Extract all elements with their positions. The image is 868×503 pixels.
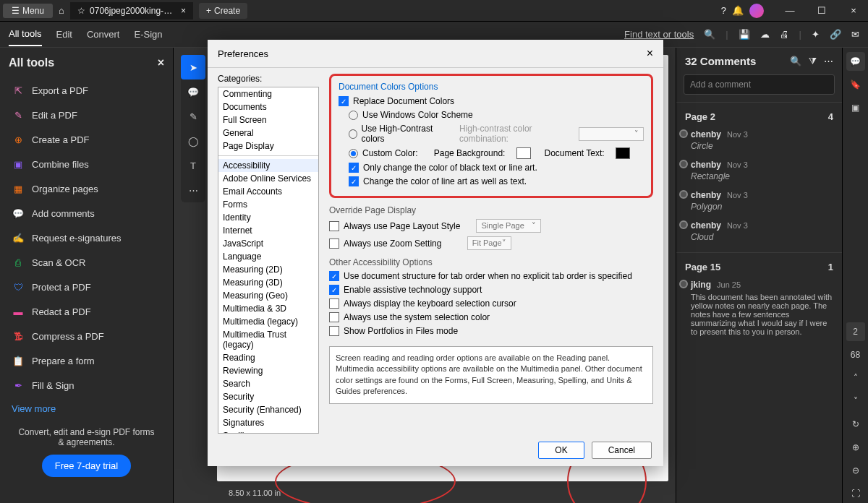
category-item[interactable]: Documents bbox=[218, 100, 318, 113]
category-item[interactable]: Security bbox=[218, 390, 318, 403]
text-tool[interactable]: T bbox=[181, 153, 205, 178]
tool-create-a-pdf[interactable]: ⊕Create a PDF bbox=[9, 127, 164, 152]
comment-item[interactable]: chenbyNov 3Rectangle bbox=[685, 155, 833, 186]
home-icon[interactable]: ⌂ bbox=[53, 2, 70, 20]
highlight-tool[interactable]: ✎ bbox=[181, 104, 205, 129]
comments-pane-icon[interactable]: 💬 bbox=[846, 52, 865, 71]
category-item[interactable]: Identity bbox=[218, 211, 318, 224]
layers-icon[interactable]: ▣ bbox=[846, 98, 865, 117]
tool-redact-a-pdf[interactable]: ▬Redact a PDF bbox=[9, 299, 164, 324]
replace-colors-checkbox[interactable]: ✓ bbox=[339, 96, 349, 106]
comment-item[interactable]: chenbyNov 3Cloud bbox=[685, 216, 833, 246]
ai-icon[interactable]: ✦ bbox=[812, 29, 820, 40]
category-item[interactable]: Language bbox=[218, 250, 318, 263]
close-tab-icon[interactable]: × bbox=[181, 6, 186, 16]
category-item[interactable]: Multimedia Trust (legacy) bbox=[218, 328, 318, 351]
tab-order-checkbox[interactable]: ✓ bbox=[329, 271, 339, 281]
category-item[interactable]: Search bbox=[218, 377, 318, 390]
category-item[interactable]: General bbox=[218, 126, 318, 139]
close-button[interactable]: × bbox=[842, 2, 865, 20]
category-item[interactable]: Reviewing bbox=[218, 364, 318, 377]
menu-button[interactable]: ☰ Menu bbox=[3, 4, 53, 18]
category-item[interactable]: Multimedia (legacy) bbox=[218, 315, 318, 328]
comment-item[interactable]: chenbyNov 3Polygon bbox=[685, 186, 833, 216]
category-item[interactable]: JavaScript bbox=[218, 237, 318, 250]
tool-compress-a-pdf[interactable]: 🗜Compress a PDF bbox=[9, 324, 164, 348]
search-comments-icon[interactable]: 🔍 bbox=[790, 56, 801, 67]
fit-icon[interactable]: ⛶ bbox=[846, 484, 865, 503]
tool-organize-pages[interactable]: ▦Organize pages bbox=[9, 176, 164, 201]
tool-combine-files[interactable]: ▣Combine files bbox=[9, 152, 164, 176]
category-item[interactable]: Internet bbox=[218, 224, 318, 237]
more-tool[interactable]: ⋯ bbox=[181, 178, 205, 202]
nav-up-icon[interactable]: ˄ bbox=[846, 369, 865, 387]
comment-tool[interactable]: 💬 bbox=[181, 79, 205, 104]
lineart-checkbox[interactable]: ✓ bbox=[349, 176, 359, 186]
category-item[interactable]: Security (Enhanced) bbox=[218, 403, 318, 416]
category-item[interactable]: Forms bbox=[218, 198, 318, 211]
close-sidebar-icon[interactable]: × bbox=[158, 56, 164, 69]
category-item[interactable]: Full Screen bbox=[218, 113, 318, 126]
cancel-button[interactable]: Cancel bbox=[592, 442, 652, 459]
zoom-in-icon[interactable]: ⊕ bbox=[846, 438, 865, 457]
mail-icon[interactable]: ✉ bbox=[851, 29, 859, 40]
doc-text-swatch[interactable] bbox=[616, 147, 630, 159]
tool-edit-a-pdf[interactable]: ✎Edit a PDF bbox=[9, 103, 164, 127]
category-item[interactable]: Reading bbox=[218, 351, 318, 364]
page-bg-swatch[interactable] bbox=[516, 147, 531, 159]
trial-button[interactable]: Free 7-day trial bbox=[42, 455, 131, 477]
tool-scan-ocr[interactable]: ⎙Scan & OCR bbox=[9, 250, 164, 275]
cursor-checkbox[interactable] bbox=[329, 298, 339, 309]
custom-color-radio[interactable] bbox=[349, 149, 358, 158]
print-icon[interactable]: 🖨 bbox=[780, 29, 789, 40]
category-item[interactable]: Signatures bbox=[218, 416, 318, 429]
pointer-tool[interactable]: ➤ bbox=[181, 55, 205, 79]
document-tab[interactable]: ☆ 0706jpeg2000king-com... × bbox=[70, 2, 193, 20]
tab-convert[interactable]: Convert bbox=[87, 23, 120, 46]
category-item[interactable]: Spelling bbox=[218, 429, 318, 434]
page-layout-checkbox[interactable] bbox=[329, 221, 339, 231]
only-black-checkbox[interactable]: ✓ bbox=[349, 163, 359, 173]
category-item[interactable]: Measuring (2D) bbox=[218, 263, 318, 276]
category-item[interactable]: Accessibility bbox=[218, 159, 318, 172]
tool-fill-sign[interactable]: ✒Fill & Sign bbox=[9, 373, 164, 397]
zoom-out-icon[interactable]: ⊖ bbox=[846, 461, 865, 480]
comment-item[interactable]: chenbyNov 3Circle bbox=[685, 125, 833, 155]
comment-item[interactable]: jkingJun 25This document has been annota… bbox=[685, 275, 833, 340]
tool-prepare-a-form[interactable]: 📋Prepare a form bbox=[9, 348, 164, 373]
shape-tool[interactable]: ◯ bbox=[181, 129, 205, 153]
category-item[interactable]: Email Accounts bbox=[218, 185, 318, 198]
page-label[interactable]: Page 15 bbox=[685, 262, 720, 272]
page-layout-combo[interactable]: Single Page˅ bbox=[476, 219, 541, 233]
zoom-checkbox[interactable] bbox=[329, 238, 339, 249]
zoom-combo[interactable]: Fit Page˅ bbox=[467, 236, 511, 250]
categories-list[interactable]: CommentingDocumentsFull ScreenGeneralPag… bbox=[218, 87, 319, 434]
tab-edit[interactable]: Edit bbox=[56, 23, 72, 46]
tab-all-tools[interactable]: All tools bbox=[9, 22, 42, 46]
link-icon[interactable]: 🔗 bbox=[830, 29, 841, 40]
help-icon[interactable]: ? bbox=[721, 5, 726, 16]
minimize-button[interactable]: — bbox=[778, 2, 801, 20]
cloud-icon[interactable]: ☁ bbox=[760, 29, 770, 40]
add-comment-input[interactable]: Add a comment bbox=[684, 74, 835, 95]
category-item[interactable]: Measuring (3D) bbox=[218, 276, 318, 289]
search-icon[interactable]: 🔍 bbox=[704, 29, 715, 40]
avatar[interactable] bbox=[749, 4, 764, 18]
tool-request-e-signatures[interactable]: ✍Request e-signatures bbox=[9, 225, 164, 250]
bell-icon[interactable]: 🔔 bbox=[732, 5, 744, 16]
dialog-close-icon[interactable]: × bbox=[647, 47, 653, 60]
page-badge[interactable]: 2 bbox=[846, 322, 865, 341]
bookmarks-icon[interactable]: 🔖 bbox=[846, 75, 865, 94]
save-icon[interactable]: 💾 bbox=[739, 29, 750, 40]
category-item[interactable]: Adobe Online Services bbox=[218, 172, 318, 185]
refresh-icon[interactable]: ↻ bbox=[846, 415, 865, 434]
tab-esign[interactable]: E-Sign bbox=[134, 23, 162, 46]
category-item[interactable]: Page Display bbox=[218, 139, 318, 152]
assistive-checkbox[interactable]: ✓ bbox=[329, 285, 339, 295]
create-button[interactable]: + Create bbox=[199, 3, 247, 19]
category-item[interactable]: Measuring (Geo) bbox=[218, 289, 318, 302]
nav-down-icon[interactable]: ˅ bbox=[846, 392, 865, 410]
search-label[interactable]: Find text or tools bbox=[624, 29, 694, 40]
tool-protect-a-pdf[interactable]: 🛡Protect a PDF bbox=[9, 275, 164, 299]
category-item[interactable]: Commenting bbox=[218, 87, 318, 100]
